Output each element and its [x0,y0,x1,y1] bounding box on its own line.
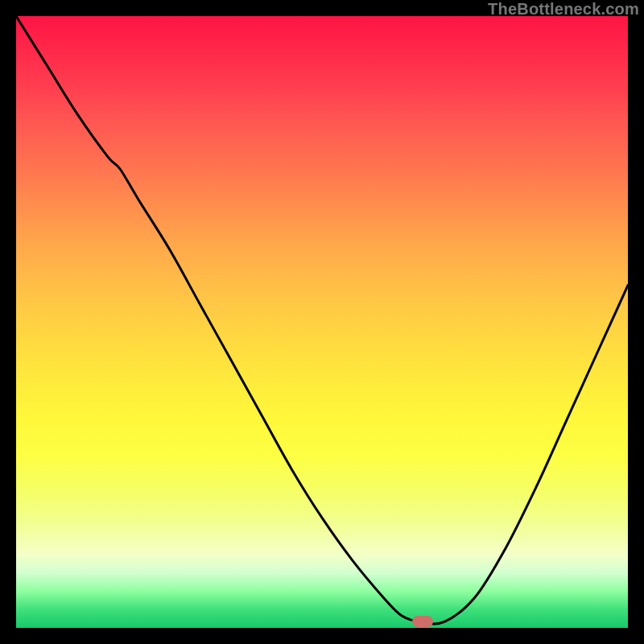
chart-frame: TheBottleneck.com [0,0,644,644]
curve-path [16,16,628,624]
bottleneck-marker [412,616,433,627]
watermark-text: TheBottleneck.com [488,0,639,19]
bottleneck-curve [16,16,628,628]
plot-area [16,16,628,628]
